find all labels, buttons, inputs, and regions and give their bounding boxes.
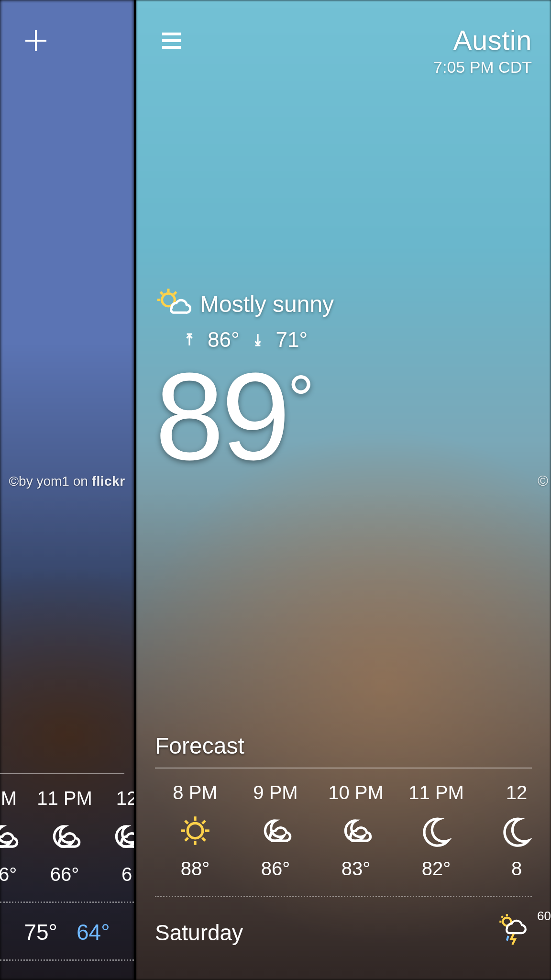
hour-temp: 8: [511, 858, 522, 880]
hour-temp: 88°: [181, 858, 210, 880]
credit-on: on: [69, 474, 92, 489]
temp-value: 89: [155, 347, 287, 486]
current-temp: 89°: [155, 360, 551, 472]
mostly-sunny-icon: [155, 287, 191, 321]
hourly-item: 10 PM 83°: [316, 782, 396, 880]
condition-text: Mostly sunny: [200, 291, 334, 317]
hourly-item: 12 8: [476, 782, 551, 880]
daily-low: 64°: [77, 919, 110, 945]
partly-cloudy-night-icon: [259, 814, 292, 847]
city-name: Austin: [433, 24, 532, 56]
hour-time: 12: [116, 788, 134, 809]
high-arrow-icon: [183, 333, 196, 346]
credit-site: flickr: [92, 474, 125, 489]
hour-temp: 66°: [50, 864, 79, 885]
forecast-title: Forecast: [155, 733, 532, 768]
hour-time: 12: [506, 782, 528, 803]
hour-temp: 82°: [422, 858, 451, 880]
hourly-forecast[interactable]: 8 PM 88° 9 PM 86° 10 PM 83° 11 PM 82° 12: [155, 782, 532, 880]
partly-cloudy-night-icon: [48, 820, 81, 853]
add-location-button[interactable]: [19, 24, 53, 57]
thunderstorm-sun-icon: 60: [496, 913, 532, 951]
hour-time: 9 PM: [253, 782, 298, 803]
hour-temp: 86°: [261, 858, 290, 880]
daily-forecast-row[interactable]: 75° 64°: [0, 916, 134, 955]
sunny-icon: [178, 814, 212, 847]
hourly-item: PM 66°: [0, 788, 33, 885]
previous-city-pane[interactable]: ©by yom1 on flickr PM 66° 11 PM 66° 12 6…: [0, 0, 134, 980]
photo-credit: ©by yom1 on flickr: [0, 474, 134, 489]
current-conditions: Mostly sunny 86° 71° 89°: [155, 287, 551, 472]
low-arrow-icon: [251, 333, 264, 346]
divider: [0, 773, 124, 774]
partly-cloudy-night-icon: [0, 820, 19, 853]
hour-time: 11 PM: [37, 788, 92, 809]
partly-cloudy-night-icon: [339, 814, 373, 847]
hourly-item: 12 6: [96, 788, 134, 885]
precip-chance: 60: [537, 909, 551, 924]
hour-time: PM: [0, 788, 17, 809]
clear-night-icon: [419, 814, 453, 847]
daily-high: 75°: [24, 919, 57, 945]
hour-time: 11 PM: [408, 782, 464, 803]
hourly-item: 11 PM 82°: [396, 782, 476, 880]
daily-forecast-row[interactable]: Saturday 60: [155, 911, 532, 961]
hour-temp: 66°: [0, 864, 17, 885]
menu-button[interactable]: [155, 24, 188, 57]
dotted-divider: [0, 902, 134, 903]
degree-symbol: °: [287, 361, 311, 436]
hour-temp: 6: [121, 864, 132, 885]
daily-day: Saturday: [155, 920, 243, 946]
hour-time: 8 PM: [173, 782, 217, 803]
hourly-item: 11 PM 66°: [33, 788, 96, 885]
dotted-divider: [155, 896, 532, 897]
hour-time: 10 PM: [328, 782, 384, 803]
partly-cloudy-night-icon: [110, 820, 134, 853]
clear-night-icon: [500, 814, 533, 847]
divider: [155, 768, 532, 768]
hourly-forecast[interactable]: PM 66° 11 PM 66° 12 6: [0, 788, 134, 885]
credit-prefix: ©by: [9, 474, 36, 489]
hourly-item: 8 PM 88°: [155, 782, 235, 880]
current-city-pane[interactable]: Austin 7:05 PM CDT Mostly sunny 86° 71° …: [135, 0, 551, 980]
location-header[interactable]: Austin 7:05 PM CDT: [433, 24, 532, 77]
copyright-glyph: ©: [538, 473, 548, 489]
credit-author: yom1: [36, 474, 69, 489]
hourly-item: 9 PM 86°: [235, 782, 316, 880]
hour-temp: 83°: [342, 858, 371, 880]
dotted-divider: [0, 959, 134, 961]
local-time: 7:05 PM CDT: [433, 58, 532, 77]
